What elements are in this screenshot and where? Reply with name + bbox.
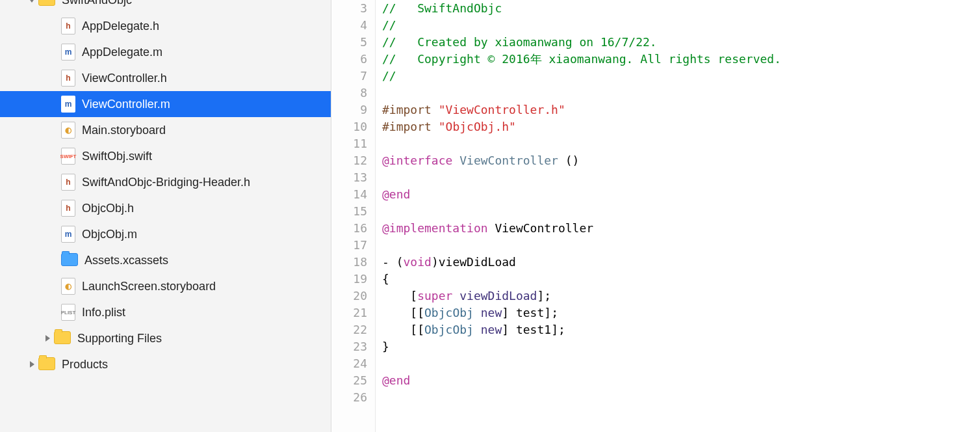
file-row[interactable]: hSwiftAndObjc-Bridging-Header.h (0, 169, 331, 195)
file-label: SwiftObj.swift (82, 150, 152, 163)
folder-label: Supporting Files (77, 332, 162, 345)
file-row[interactable]: SWIFTSwiftObj.swift (0, 143, 331, 169)
folder-label: SwiftAndObjc (62, 0, 132, 7)
file-label: SwiftAndObjc-Bridging-Header.h (82, 176, 250, 189)
line-number: 17 (331, 237, 367, 254)
code-line[interactable] (382, 169, 980, 186)
code-line[interactable]: #import "ObjcObj.h" (382, 118, 980, 135)
folder-row-supporting-files[interactable]: Supporting Files (0, 325, 331, 351)
disclosure-triangle-right-icon[interactable] (43, 334, 52, 343)
folder-row-products[interactable]: Products (0, 351, 331, 377)
file-row[interactable]: PLISTInfo.plist (0, 299, 331, 325)
disclosure-triangle-down-icon[interactable] (27, 0, 36, 5)
code-line[interactable]: #import "ViewController.h" (382, 101, 980, 118)
line-number: 15 (331, 203, 367, 220)
code-area[interactable]: // SwiftAndObjc//// Created by xiaomanwa… (376, 0, 980, 432)
plist-file-icon: PLIST (61, 304, 75, 321)
code-line[interactable]: // Copyright © 2016年 xiaomanwang. All ri… (382, 51, 980, 68)
line-number: 8 (331, 85, 367, 101)
sb-file-icon: ◐ (61, 122, 75, 139)
code-line[interactable] (382, 85, 980, 101)
line-number: 5 (331, 34, 367, 51)
file-label: ObjcObj.m (82, 228, 137, 241)
line-number: 12 (331, 152, 367, 169)
source-editor[interactable]: 3456789101112131415161718192021222324252… (331, 0, 980, 432)
line-number: 20 (331, 288, 367, 304)
code-line[interactable]: // (382, 68, 980, 85)
assets-folder-icon (61, 253, 78, 267)
file-row[interactable]: mAppDelegate.m (0, 39, 331, 65)
file-label: ObjcObj.h (82, 202, 134, 215)
folder-row-root[interactable]: SwiftAndObjc (0, 0, 331, 13)
line-number: 9 (331, 101, 367, 118)
folder-icon (38, 0, 55, 7)
file-label: ViewController.m (82, 98, 170, 111)
m-file-icon: m (61, 96, 75, 113)
line-number: 4 (331, 17, 367, 34)
line-number: 7 (331, 68, 367, 85)
m-file-icon: m (61, 44, 75, 61)
file-row[interactable]: ◐Main.storyboard (0, 117, 331, 143)
line-number: 18 (331, 254, 367, 271)
line-number: 21 (331, 304, 367, 321)
file-row[interactable]: hObjcObj.h (0, 195, 331, 221)
folder-icon (38, 357, 55, 371)
folder-icon (54, 331, 71, 345)
file-label: LaunchScreen.storyboard (82, 280, 216, 293)
code-line[interactable]: @interface ViewController () (382, 152, 980, 169)
line-number: 24 (331, 355, 367, 372)
file-label: ViewController.h (82, 72, 167, 85)
h-file-icon: h (61, 70, 75, 87)
file-row[interactable]: hAppDelegate.h (0, 13, 331, 39)
file-row[interactable]: ◐LaunchScreen.storyboard (0, 273, 331, 299)
line-number: 14 (331, 186, 367, 203)
code-line[interactable]: } (382, 338, 980, 355)
code-line[interactable]: @implementation ViewController (382, 220, 980, 237)
line-number: 3 (331, 0, 367, 17)
line-number: 19 (331, 271, 367, 288)
line-number: 6 (331, 51, 367, 68)
file-label: Assets.xcassets (84, 254, 168, 267)
file-label: AppDelegate.m (82, 46, 162, 59)
h-file-icon: h (61, 18, 75, 34)
h-file-icon: h (61, 174, 75, 191)
code-line[interactable]: [super viewDidLoad]; (382, 288, 980, 304)
code-line[interactable] (382, 237, 980, 254)
line-number: 25 (331, 372, 367, 389)
file-row[interactable]: mObjcObj.m (0, 221, 331, 247)
code-line[interactable]: // SwiftAndObjc (382, 0, 980, 17)
code-line[interactable] (382, 389, 980, 406)
disclosure-triangle-right-icon[interactable] (27, 360, 36, 369)
line-number: 22 (331, 321, 367, 338)
code-line[interactable]: - (void)viewDidLoad (382, 254, 980, 271)
code-line[interactable]: @end (382, 372, 980, 389)
file-label: AppDelegate.h (82, 20, 159, 33)
file-row[interactable]: mViewController.m (0, 91, 331, 117)
line-number: 16 (331, 220, 367, 237)
file-label: Info.plist (82, 306, 125, 319)
code-line[interactable]: [[ObjcObj new] test]; (382, 304, 980, 321)
sb-file-icon: ◐ (61, 278, 75, 295)
code-line[interactable]: { (382, 271, 980, 288)
code-line[interactable] (382, 203, 980, 220)
file-label: Main.storyboard (82, 124, 166, 137)
folder-label: Products (62, 358, 108, 371)
h-file-icon: h (61, 200, 75, 217)
file-row[interactable]: Assets.xcassets (0, 247, 331, 273)
project-navigator[interactable]: SwiftAndObjc hAppDelegate.hmAppDelegate.… (0, 0, 331, 432)
m-file-icon: m (61, 226, 75, 243)
code-line[interactable]: // (382, 17, 980, 34)
code-line[interactable] (382, 135, 980, 152)
line-number: 10 (331, 118, 367, 135)
line-number: 23 (331, 338, 367, 355)
swift-file-icon: SWIFT (61, 148, 75, 165)
code-line[interactable]: // Created by xiaomanwang on 16/7/22. (382, 34, 980, 51)
file-row[interactable]: hViewController.h (0, 65, 331, 91)
line-number: 13 (331, 169, 367, 186)
line-number: 11 (331, 135, 367, 152)
code-line[interactable]: [[ObjcObj new] test1]; (382, 321, 980, 338)
code-line[interactable] (382, 355, 980, 372)
code-line[interactable]: @end (382, 186, 980, 203)
line-number-gutter: 3456789101112131415161718192021222324252… (331, 0, 376, 432)
line-number: 26 (331, 389, 367, 406)
